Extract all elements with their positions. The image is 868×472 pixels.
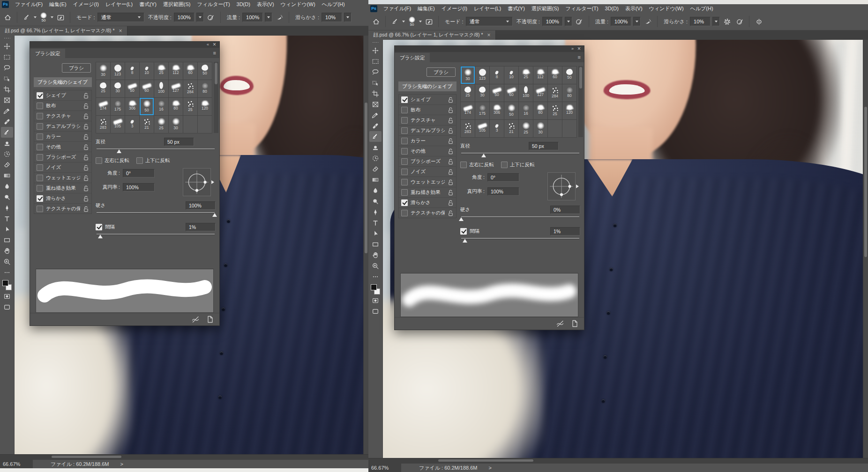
roundness-field[interactable]: 100% [487,187,519,196]
brush-preset[interactable]: 105 [111,116,125,133]
tool-preset-picker[interactable] [389,16,405,27]
document-tab[interactable]: 顔.psd @ 66.7% (レイヤー 1, レイヤーマスク/8) * × [368,30,496,40]
tool-move[interactable] [369,45,382,56]
build-up-checkbox[interactable] [37,185,43,192]
brush-preset[interactable]: 175 [475,102,489,119]
brush-option-shape-dynamics[interactable]: シェイプ [34,90,91,101]
brush-option-dual-brush[interactable]: デュアルブラシ [399,125,456,136]
texture-checkbox[interactable] [37,113,43,119]
lock-icon[interactable] [83,123,89,130]
tool-pen[interactable] [369,206,382,217]
foreground-color-swatch[interactable] [371,284,377,290]
noise-checkbox[interactable] [401,169,408,175]
flow-dropdown[interactable] [265,13,272,22]
transfer-checkbox[interactable] [37,144,43,150]
close-panel-icon[interactable]: × [213,43,216,47]
brush-option-brush-pose[interactable]: ブラシポーズ [399,156,456,167]
brush-option-build-up[interactable]: 重ね描き効果 [399,187,456,198]
panel-drag-bar[interactable]: » × [395,46,584,52]
dual-brush-checkbox[interactable] [37,123,43,130]
brush-preset[interactable]: 60 [140,80,154,97]
tool-marquee[interactable] [1,52,13,62]
brush-preset[interactable]: 30 [111,80,125,97]
brush-pose-checkbox[interactable] [401,158,408,165]
brush-preset[interactable]: 3 [125,116,139,133]
close-tab-icon[interactable]: × [119,29,122,33]
menu-item[interactable]: ファイル(F) [380,5,414,12]
home-icon[interactable] [370,16,382,27]
menu-item[interactable]: ファイル(F) [12,1,46,8]
brush-preset[interactable]: 50 [562,66,576,84]
hardness-slider[interactable] [461,215,579,221]
brush-preset[interactable]: 105 [475,120,489,137]
brush-option-color-dynamics[interactable]: カラー [34,132,91,142]
brush-option-scattering[interactable]: 散布 [399,105,456,115]
tool-dodge[interactable] [1,192,13,202]
brush-preset[interactable]: 123 [111,62,125,80]
tool-more-tools[interactable] [369,271,382,282]
menu-item[interactable]: 選択範囲(S) [528,5,562,12]
brush-preset[interactable]: 50 [125,80,139,97]
flip-x-checkbox[interactable] [96,157,102,164]
lock-icon[interactable] [448,138,454,144]
brush-preset[interactable]: 25 [461,84,475,102]
tool-hand[interactable] [369,250,382,260]
brush-preset[interactable]: 60 [504,84,518,102]
brush-option-wet-edges[interactable]: ウェットエッジ [399,177,456,187]
tool-screen-mode[interactable] [1,302,13,312]
color-dynamics-checkbox[interactable] [37,133,43,140]
texture-checkbox[interactable] [401,117,408,124]
brush-option-noise[interactable]: ノイズ [34,162,91,173]
spacing-field[interactable]: 1% [550,227,580,236]
collapse-panel-icon[interactable]: » [571,47,573,51]
tool-eyedropper[interactable] [369,110,382,120]
brush-preset[interactable]: 8 [125,62,139,80]
lock-icon[interactable] [83,113,89,119]
close-panel-icon[interactable]: × [577,47,581,51]
brush-preset[interactable]: 100 [519,84,533,102]
lock-icon[interactable] [83,185,89,192]
brush-preset[interactable]: 112 [169,62,183,80]
menu-item[interactable]: ヘルプ(H) [319,1,348,8]
menu-item[interactable]: レイヤー(L) [471,5,504,12]
menu-item[interactable]: 3D(D) [602,6,622,11]
collapse-panel-icon[interactable]: « [207,43,209,47]
brush-option-texture[interactable]: テクスチャ [34,111,91,121]
foreground-color-swatch[interactable] [2,280,8,286]
paint-symmetry-icon[interactable] [753,16,764,27]
brush-preset[interactable]: 10 [504,66,518,84]
noise-checkbox[interactable] [37,164,43,171]
brush-option-smoothing[interactable]: 滑らかさ [34,193,91,204]
brushes-button[interactable]: ブラシ [427,67,456,77]
brush-option-shape-dynamics[interactable]: シェイプ [399,95,456,105]
menu-item[interactable]: イメージ(I) [438,5,471,12]
opacity-field[interactable]: 100% [174,13,195,22]
tool-zoom[interactable] [1,256,13,267]
brush-preset[interactable]: 80 [562,84,576,102]
vertical-scrollbar[interactable] [863,40,868,458]
brush-preset[interactable]: 80 [198,80,212,97]
horizontal-scrollbar[interactable] [0,454,368,459]
brush-preset[interactable]: 30 [169,116,183,133]
tool-more-tools[interactable] [1,267,13,278]
tool-lasso[interactable] [369,66,382,77]
tool-type[interactable] [369,217,382,228]
lock-icon[interactable] [83,164,89,171]
tool-crop[interactable] [369,88,382,99]
brush-preset[interactable]: 30 [533,120,547,137]
tool-healing-brush[interactable] [369,120,382,131]
brush-preset[interactable]: 100 [154,80,168,97]
lock-icon[interactable] [448,117,454,124]
tool-type[interactable] [1,213,13,224]
lock-icon[interactable] [448,210,454,216]
menu-item[interactable]: レイヤー(L) [102,1,136,8]
menu-item[interactable]: ヘルプ(H) [687,5,717,12]
menu-item[interactable]: ウィンドウ(W) [646,5,687,12]
angle-field[interactable]: 0° [123,169,155,177]
brush-option-wet-edges[interactable]: ウェットエッジ [34,173,91,183]
tool-preset-picker[interactable] [21,12,37,23]
transfer-checkbox[interactable] [401,148,408,155]
build-up-checkbox[interactable] [401,189,408,196]
lock-icon[interactable] [83,154,89,161]
brush-preset[interactable]: 10 [140,62,154,80]
